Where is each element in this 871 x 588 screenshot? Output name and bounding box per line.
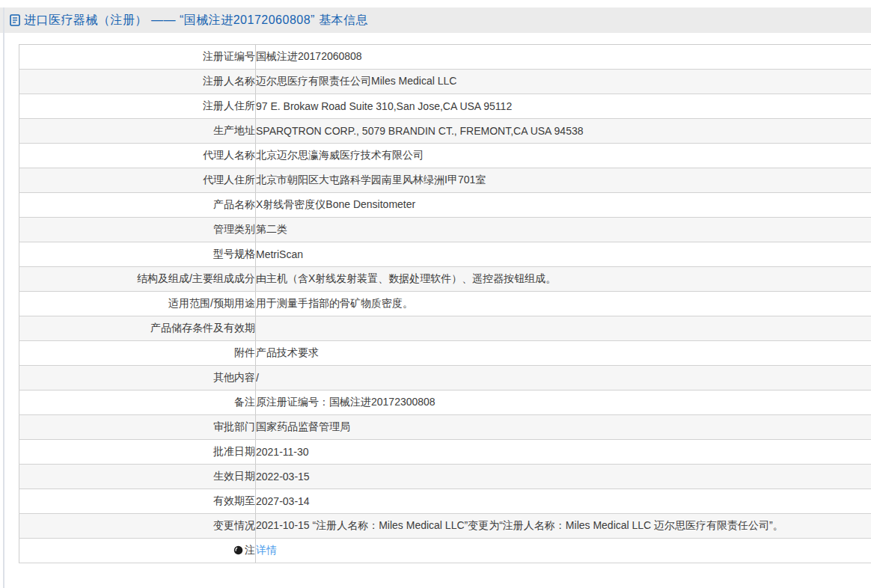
row-value: / [256, 366, 871, 391]
page-header: 进口医疗器械（注册） —— “国械注进20172060808” 基本信息 [0, 7, 871, 33]
detail-link[interactable]: 详情 [256, 544, 277, 556]
row-value-note: 详情 [256, 539, 871, 563]
row-label: 批准日期 [19, 440, 256, 465]
row-value: 北京迈尔思瀛海威医疗技术有限公司 [256, 144, 871, 168]
row-label-note: 注 [19, 539, 256, 563]
row-value: 用于测量手指部的骨矿物质密度。 [256, 292, 871, 316]
row-value: 97 E. Brokaw Road Suite 310,San Jose,CA … [256, 94, 871, 119]
row-label: 产品名称 [19, 193, 256, 218]
row-label: 有效期至 [19, 489, 256, 514]
document-icon [10, 14, 20, 26]
row-value: 原注册证编号：国械注进20172300808 [256, 391, 871, 415]
table-row: 生产地址 SPARQTRON CORP., 5079 BRANDIN CT., … [19, 119, 871, 144]
row-label: 其他内容 [19, 366, 256, 391]
table-row: 有效期至 2027-03-14 [19, 489, 871, 514]
page-title: 进口医疗器械（注册） —— “国械注进20172060808” 基本信息 [24, 13, 368, 28]
table-row: 生效日期 2022-03-15 [19, 465, 871, 489]
row-label: 管理类别 [19, 218, 256, 242]
table-row: 代理人住所 北京市朝阳区大屯路科学园南里风林绿洲I甲701室 [19, 168, 871, 193]
row-value: 迈尔思医疗有限责任公司Miles Medical LLC [256, 70, 871, 94]
row-value: 第二类 [256, 218, 871, 242]
row-value: X射线骨密度仪Bone Densitometer [256, 193, 871, 218]
table-row: 产品名称 X射线骨密度仪Bone Densitometer [19, 193, 871, 218]
row-value: 2021-11-30 [256, 440, 871, 465]
row-value: 由主机（含X射线发射装置、数据处理软件）、遥控器按钮组成。 [256, 267, 871, 292]
table-row: 产品储存条件及有效期 [19, 316, 871, 341]
table-row: 代理人名称 北京迈尔思瀛海威医疗技术有限公司 [19, 144, 871, 168]
table-row: 注册证编号 国械注进20172060808 [19, 45, 871, 70]
table-row: 结构及组成/主要组成成分 由主机（含X射线发射装置、数据处理软件）、遥控器按钮组… [19, 267, 871, 292]
row-label: 生效日期 [19, 465, 256, 489]
row-label: 生产地址 [19, 119, 256, 144]
table-row: 注册人住所 97 E. Brokaw Road Suite 310,San Jo… [19, 94, 871, 119]
table-row: 管理类别 第二类 [19, 218, 871, 242]
row-label: 代理人名称 [19, 144, 256, 168]
row-value [256, 316, 871, 341]
table-row: 注册人名称 迈尔思医疗有限责任公司Miles Medical LLC [19, 70, 871, 94]
table-row: 审批部门 国家药品监督管理局 [19, 415, 871, 440]
row-value: 国械注进20172060808 [256, 45, 871, 70]
table-row: 批准日期 2021-11-30 [19, 440, 871, 465]
row-label: 审批部门 [19, 415, 256, 440]
row-label: 代理人住所 [19, 168, 256, 193]
left-border-rule [3, 7, 4, 588]
note-icon [233, 545, 243, 555]
row-value: 国家药品监督管理局 [256, 415, 871, 440]
table-row-note: 注 详情 [19, 539, 871, 563]
row-value: SPARQTRON CORP., 5079 BRANDIN CT., FREMO… [256, 119, 871, 144]
row-value: 产品技术要求 [256, 341, 871, 366]
row-label: 注册证编号 [19, 45, 256, 70]
table-row: 备注 原注册证编号：国械注进20172300808 [19, 391, 871, 415]
table-row: 适用范围/预期用途 用于测量手指部的骨矿物质密度。 [19, 292, 871, 316]
row-value: 2022-03-15 [256, 465, 871, 489]
row-label: 附件 [19, 341, 256, 366]
row-value: 2027-03-14 [256, 489, 871, 514]
row-label: 注 [245, 544, 255, 556]
row-label: 适用范围/预期用途 [19, 292, 256, 316]
row-label: 变更情况 [19, 514, 256, 539]
registration-info-table: 注册证编号 国械注进20172060808 注册人名称 迈尔思医疗有限责任公司M… [19, 44, 871, 563]
table-row: 变更情况 2021-10-15 “注册人名称：Miles Medical LLC… [19, 514, 871, 539]
table-row: 其他内容 / [19, 366, 871, 391]
row-label: 备注 [19, 391, 256, 415]
table-row: 附件 产品技术要求 [19, 341, 871, 366]
row-label: 产品储存条件及有效期 [19, 316, 256, 341]
row-label: 注册人名称 [19, 70, 256, 94]
row-label: 结构及组成/主要组成成分 [19, 267, 256, 292]
table-row: 型号规格 MetriScan [19, 242, 871, 267]
row-value: 北京市朝阳区大屯路科学园南里风林绿洲I甲701室 [256, 168, 871, 193]
row-label: 注册人住所 [19, 94, 256, 119]
row-label: 型号规格 [19, 242, 256, 267]
row-value: 2021-10-15 “注册人名称：Miles Medical LLC”变更为“… [256, 514, 871, 539]
row-value: MetriScan [256, 242, 871, 267]
